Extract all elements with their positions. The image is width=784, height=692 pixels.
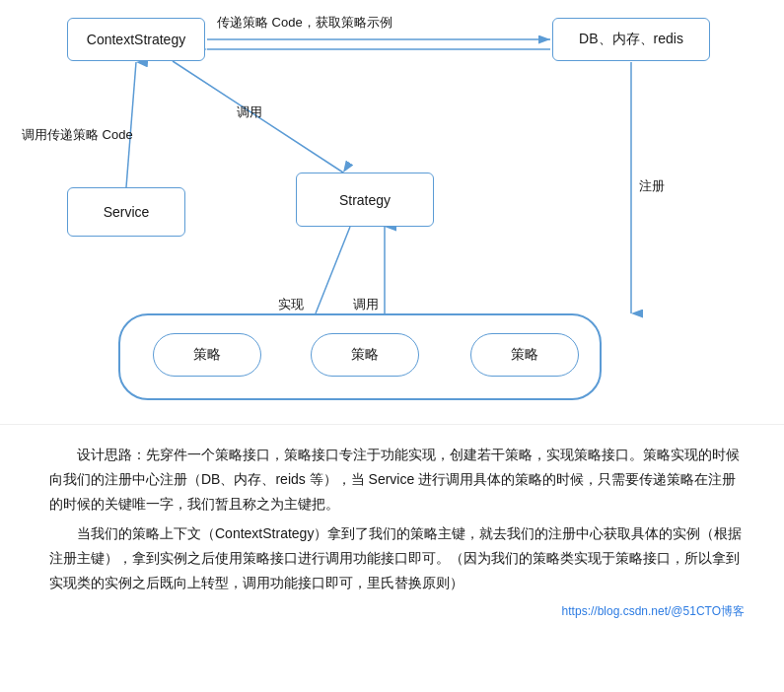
label-register: 注册 <box>639 177 665 195</box>
service-label: Service <box>104 204 150 220</box>
service-box: Service <box>67 187 185 237</box>
diagram-area: ContextStrategy DB、内存、redis Service Stra… <box>0 0 784 424</box>
svg-line-9 <box>316 227 350 313</box>
policy-box-3: 策略 <box>470 333 579 377</box>
watermark: https://blog.csdn.net/@51CTO博客 <box>49 601 745 623</box>
svg-line-6 <box>126 62 136 187</box>
policy-box-1: 策略 <box>153 333 261 377</box>
description-area: 设计思路：先穿件一个策略接口，策略接口专注于功能实现，创建若干策略，实现策略接口… <box>0 424 784 643</box>
label-invoke: 调用 <box>353 296 379 313</box>
context-strategy-box: ContextStrategy <box>67 18 205 61</box>
label-implement: 实现 <box>278 296 304 313</box>
db-redis-label: DB、内存、redis <box>579 31 683 48</box>
label-call: 调用 <box>237 104 262 121</box>
description-paragraph-2: 当我们的策略上下文（ContextStrategy）拿到了我们的策略主键，就去我… <box>49 521 745 596</box>
policy-label-3: 策略 <box>511 346 538 364</box>
strategy-box: Strategy <box>296 173 434 227</box>
policy-box-2: 策略 <box>311 333 419 377</box>
context-strategy-label: ContextStrategy <box>87 32 185 47</box>
description-paragraph-1: 设计思路：先穿件一个策略接口，策略接口专注于功能实现，创建若干策略，实现策略接口… <box>49 443 745 518</box>
policy-label-1: 策略 <box>193 346 221 364</box>
label-call-code: 调用传递策略 Code <box>22 126 133 144</box>
policy-label-2: 策略 <box>351 346 379 364</box>
strategy-label: Strategy <box>339 192 391 208</box>
db-redis-box: DB、内存、redis <box>552 18 710 61</box>
label-arrow-cs-db: 传递策略 Code，获取策略示例 <box>217 14 392 32</box>
